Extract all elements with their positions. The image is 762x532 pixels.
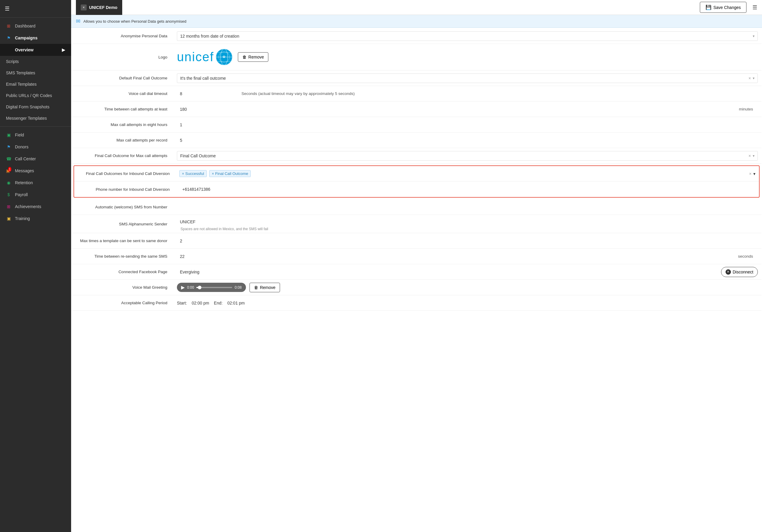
calling-start-value: 02:00 pm: [191, 300, 209, 305]
voice-timeout-value: Seconds (actual timeout may vary by appr…: [173, 87, 761, 100]
disconnect-icon: ✕: [725, 269, 731, 275]
sidebar-item-retention[interactable]: ◉ Retention: [0, 177, 71, 189]
sidebar-item-public-urls[interactable]: Public URLs / QR Codes: [0, 90, 71, 101]
sidebar-item-label-public-urls: Public URLs / QR Codes: [6, 93, 52, 98]
menu-button[interactable]: ☰: [752, 4, 757, 11]
voicemail-label: Voice Mail Greeting: [72, 282, 173, 293]
facebook-input[interactable]: [177, 268, 718, 277]
save-icon: 💾: [706, 5, 712, 10]
tag-close-final[interactable]: ×: [212, 172, 214, 176]
dashboard-icon: ⊞: [6, 23, 11, 29]
save-button[interactable]: 💾 Save Changes: [700, 2, 746, 13]
save-label: Save Changes: [713, 5, 741, 10]
tab-close-button[interactable]: ×: [81, 5, 87, 11]
sidebar-item-callcenter[interactable]: ☎ Call Center: [0, 153, 71, 165]
final-outcome-max-value: Final Call Outcome × ▾: [173, 149, 761, 163]
calling-period: Start: 02:00 pm End: 02:01 pm: [177, 300, 758, 305]
remove-label: Remove: [248, 55, 264, 59]
sidebar-item-label-campaigns: Campaigns: [15, 35, 38, 40]
voice-timeout-input[interactable]: [177, 89, 237, 98]
sidebar-item-label-digital-form: Digital Form Snapshots: [6, 104, 49, 109]
sidebar-item-overview[interactable]: Overview ▶: [0, 44, 71, 56]
sidebar-item-messenger-templates[interactable]: Messenger Templates: [0, 112, 71, 124]
tab-title: UNICEF Demo: [89, 5, 117, 10]
inbound-diversion-box: Final Call Outcomes for Inbound Call Div…: [73, 166, 760, 198]
calling-period-row: Acceptable Calling Period Start: 02:00 p…: [72, 295, 761, 311]
voice-timeout-row: Voice call dial timeout Seconds (actual …: [72, 86, 761, 101]
sidebar-item-achievements[interactable]: ⊞ Achievements: [0, 201, 71, 213]
time-between-input[interactable]: [177, 105, 734, 114]
achievements-icon: ⊞: [6, 204, 11, 209]
sidebar-item-digital-form[interactable]: Digital Form Snapshots: [0, 101, 71, 112]
sidebar-item-donors[interactable]: ⚑ Donors: [0, 141, 71, 153]
calling-end-value: 02:01 pm: [227, 300, 245, 305]
max-eight-input[interactable]: [177, 120, 758, 129]
default-call-value: It's the final call outcome × ▾: [173, 71, 761, 85]
phone-inbound-value: [176, 182, 759, 196]
chevron-down-icon: ▾: [753, 154, 754, 158]
sidebar-nav: ⊞ Dashboard ⚑ Campaigns Overview ▶ Scrip…: [0, 18, 71, 227]
sidebar-item-scripts[interactable]: Scripts: [0, 56, 71, 67]
sidebar-item-label-messenger-templates: Messenger Templates: [6, 116, 47, 121]
max-template-input[interactable]: [177, 236, 758, 245]
auto-sms-input[interactable]: [177, 203, 758, 212]
final-outcome-max-select[interactable]: Final Call Outcome × ▾: [177, 151, 758, 161]
max-per-record-input[interactable]: [177, 136, 758, 145]
sidebar-item-training[interactable]: ▣ Training: [0, 213, 71, 225]
unicef-text: unicef: [177, 50, 214, 64]
tab-unicef-demo[interactable]: × UNICEF Demo: [76, 0, 122, 15]
anonymise-select[interactable]: 12 months from date of creation ▾: [177, 32, 758, 41]
tab-bar: × UNICEF Demo 💾 Save Changes ☰: [71, 0, 762, 15]
calling-period-value: Start: 02:00 pm End: 02:01 pm: [173, 298, 761, 308]
chevron-down-icon: ▾: [753, 34, 754, 38]
voicemail-remove-button[interactable]: 🗑 Remove: [250, 283, 280, 292]
sidebar-item-label-payroll: Payroll: [15, 192, 28, 197]
time-resend-unit: seconds: [733, 254, 758, 258]
facebook-value: ✕ Disconnect: [173, 264, 761, 280]
voicemail-remove-label: Remove: [260, 285, 275, 290]
sidebar-item-email-templates[interactable]: Email Templates: [0, 79, 71, 90]
play-button[interactable]: ▶: [181, 285, 185, 290]
anonymise-label: Anonymise Personal Data: [72, 31, 173, 41]
sidebar-item-label-dashboard: Dashboard: [15, 24, 36, 29]
final-outcome-max-label: Final Call Outcome for Max call attempts: [72, 151, 173, 161]
time-resend-input[interactable]: [177, 252, 733, 261]
info-bar: ✉ Allows you to choose when Personal Dat…: [71, 15, 762, 28]
clear-icon[interactable]: ×: [748, 76, 751, 81]
phone-inbound-input[interactable]: [179, 185, 755, 194]
logo-row: Logo unicef: [72, 44, 761, 70]
sidebar-item-dashboard[interactable]: ⊞ Dashboard: [0, 20, 71, 32]
logo-remove-button[interactable]: 🗑 Remove: [238, 52, 268, 62]
clear-icon[interactable]: ×: [748, 154, 751, 158]
disconnect-button[interactable]: ✕ Disconnect: [721, 267, 758, 277]
default-call-label: Default Final Call Outcome: [72, 73, 173, 83]
sidebar-item-label-email-templates: Email Templates: [6, 82, 37, 87]
audio-player: ▶ 0:00 0:08: [177, 283, 246, 292]
anonymise-value: 12 months from date of creation ▾: [173, 29, 761, 43]
sms-alpha-input[interactable]: [177, 217, 758, 226]
sidebar-item-payroll[interactable]: $ Payroll: [0, 189, 71, 201]
audio-progress-bar[interactable]: [196, 287, 232, 288]
sidebar-item-messages[interactable]: ▣ 1 Messages: [0, 165, 71, 177]
final-outcome-max-row: Final Call Outcome for Max call attempts…: [72, 148, 761, 164]
sidebar-item-label-field: Field: [15, 133, 24, 137]
clear-tags-icon[interactable]: ×: [749, 171, 751, 176]
sidebar-item-field[interactable]: ▣ Field: [0, 129, 71, 141]
donors-icon: ⚑: [6, 144, 11, 150]
default-call-select[interactable]: It's the final call outcome × ▾: [177, 73, 758, 83]
time-resend-label: Time between re-sending the same SMS: [72, 251, 173, 261]
voicemail-row: Voice Mail Greeting ▶ 0:00 0:08 🗑 Remove: [72, 280, 761, 295]
hamburger-icon[interactable]: ☰: [5, 6, 10, 12]
sidebar-item-sms-templates[interactable]: SMS Templates: [0, 67, 71, 79]
messages-badge: 1: [8, 167, 11, 172]
sidebar: ☰ ⊞ Dashboard ⚑ Campaigns Overview ▶ Scr…: [0, 0, 71, 532]
sidebar-item-label-messages: Messages: [15, 168, 34, 173]
sidebar-item-label-retention: Retention: [15, 180, 33, 185]
sidebar-item-campaigns[interactable]: ⚑ Campaigns: [0, 32, 71, 44]
svg-text:✿: ✿: [223, 55, 226, 58]
tag-close-successful[interactable]: ×: [182, 172, 184, 176]
sidebar-item-label-callcenter: Call Center: [15, 157, 36, 161]
main-area: × UNICEF Demo 💾 Save Changes ☰ ✉ Allows …: [71, 0, 762, 532]
sms-alpha-label: SMS Alphanumeric Sender: [72, 219, 173, 229]
audio-handle[interactable]: [198, 286, 201, 289]
